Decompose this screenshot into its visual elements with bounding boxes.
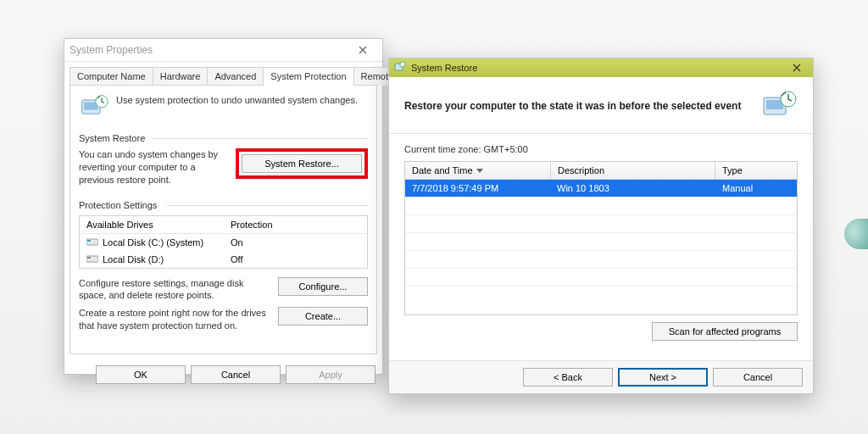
- list-item[interactable]: Local Disk (D:) Off: [80, 251, 367, 268]
- next-button[interactable]: Next >: [618, 368, 708, 387]
- restore-icon: [394, 61, 406, 75]
- highlight-annotation: System Restore...: [236, 148, 368, 179]
- list-item[interactable]: Local Disk (C:) (System) On: [80, 234, 367, 251]
- system-properties-window: System Properties Computer Name Hardware…: [64, 38, 383, 375]
- window-title: System Restore: [411, 63, 477, 73]
- col-type[interactable]: Type: [715, 162, 797, 179]
- tab-system-protection[interactable]: System Protection: [263, 67, 353, 86]
- drives-list: Available Drives Protection Local Disk (…: [79, 215, 368, 269]
- col-available-drives: Available Drives: [86, 220, 231, 230]
- system-restore-icon: [760, 89, 798, 123]
- sort-desc-icon: [476, 169, 483, 173]
- col-date-time[interactable]: Date and Time: [405, 162, 551, 179]
- tab-advanced[interactable]: Advanced: [207, 67, 264, 86]
- system-protection-icon: [79, 92, 109, 123]
- tab-strip: Computer Name Hardware Advanced System P…: [64, 62, 382, 86]
- wizard-footer: < Back Next > Cancel: [389, 360, 813, 393]
- system-restore-description: You can undo system changes by reverting…: [79, 148, 231, 186]
- col-description[interactable]: Description: [551, 162, 715, 179]
- tab-computer-name[interactable]: Computer Name: [70, 67, 153, 86]
- dialog-footer: OK Cancel Apply: [64, 360, 382, 384]
- decorative-blob: [844, 219, 868, 249]
- cancel-button[interactable]: Cancel: [191, 365, 281, 384]
- window-title: System Properties: [70, 44, 348, 56]
- svg-point-8: [400, 62, 405, 67]
- configure-button[interactable]: Configure...: [278, 277, 368, 296]
- wizard-header: Restore your computer to the state it wa…: [389, 77, 813, 134]
- close-icon[interactable]: [348, 42, 377, 58]
- system-restore-button[interactable]: System Restore...: [242, 154, 362, 173]
- disk-icon: [86, 237, 98, 247]
- disk-icon: [86, 254, 98, 264]
- wizard-heading: Restore your computer to the state it wa…: [404, 100, 741, 112]
- restore-points-grid[interactable]: Date and Time Description Type 7/7/2018 …: [404, 161, 798, 315]
- scan-affected-programs-button[interactable]: Scan for affected programs: [652, 322, 798, 341]
- group-protection-settings: Protection Settings: [79, 200, 368, 210]
- system-restore-window: System Restore Restore your computer to …: [388, 58, 814, 394]
- svg-rect-4: [87, 240, 91, 242]
- titlebar[interactable]: System Properties: [64, 39, 382, 62]
- ok-button[interactable]: OK: [96, 365, 186, 384]
- intro-text: Use system protection to undo unwanted s…: [116, 92, 358, 105]
- titlebar[interactable]: System Restore: [389, 58, 813, 77]
- cancel-button[interactable]: Cancel: [713, 368, 803, 387]
- create-button[interactable]: Create...: [278, 307, 368, 326]
- apply-button: Apply: [286, 365, 376, 384]
- create-description: Create a restore point right now for the…: [79, 307, 271, 332]
- svg-rect-6: [87, 257, 91, 259]
- tab-panel: Use system protection to undo unwanted s…: [70, 85, 377, 354]
- group-system-restore: System Restore: [79, 133, 368, 143]
- back-button[interactable]: < Back: [523, 368, 613, 387]
- close-icon[interactable]: [786, 61, 808, 75]
- table-row[interactable]: 7/7/2018 9:57:49 PM Win 10 1803 Manual: [405, 180, 797, 197]
- col-protection: Protection: [231, 220, 273, 230]
- configure-description: Configure restore settings, manage disk …: [79, 277, 271, 303]
- tab-hardware[interactable]: Hardware: [153, 67, 209, 86]
- timezone-label: Current time zone: GMT+5:00: [404, 144, 798, 154]
